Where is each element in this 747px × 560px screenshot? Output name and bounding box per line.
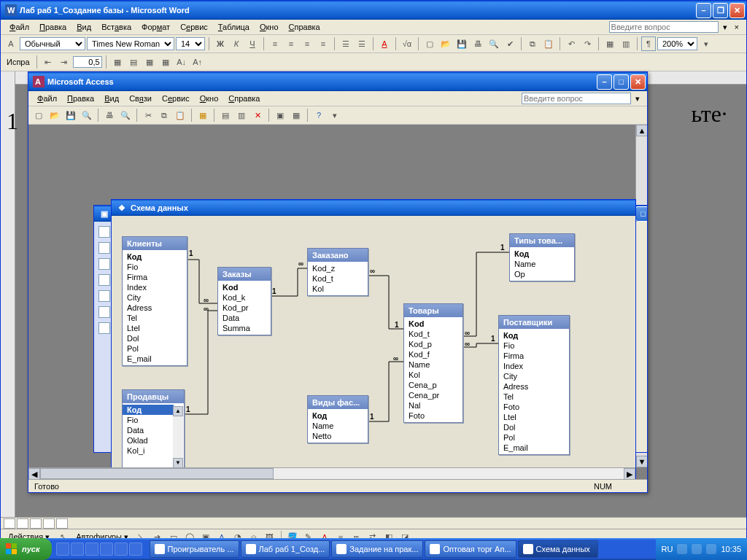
align-justify-button[interactable]: ≡: [316, 36, 330, 51]
table-field[interactable]: Pol: [123, 343, 187, 354]
view-print-button[interactable]: [30, 518, 42, 529]
modules-icon[interactable]: [98, 322, 110, 334]
styles-pane-icon[interactable]: A: [4, 36, 18, 51]
scroll-down-icon[interactable]: ▼: [636, 456, 647, 467]
access-print-button[interactable]: 🖶: [102, 108, 117, 122]
align-left-button[interactable]: ≡: [268, 36, 282, 51]
table-field[interactable]: City: [499, 371, 569, 381]
table-field[interactable]: Код: [308, 411, 368, 421]
macros-icon[interactable]: [98, 306, 110, 318]
font-size-combo[interactable]: 14: [176, 37, 205, 50]
table-field[interactable]: Firma: [499, 351, 569, 361]
table-goods[interactable]: ТоварыKodKod_tKod_pKod_fNameKolCena_pCen…: [403, 303, 463, 423]
access-maximize-button[interactable]: □: [614, 74, 629, 90]
vertical-ruler[interactable]: [1, 71, 15, 517]
word-menu-format[interactable]: Формат: [137, 21, 174, 33]
table-field[interactable]: Cena_pr: [404, 390, 462, 400]
table-field[interactable]: Ltel: [123, 323, 187, 333]
schema-window[interactable]: ❖ Схема данных: [111, 199, 636, 479]
access-menu-file[interactable]: Файл: [33, 93, 61, 104]
taskbar-task[interactable]: Проигрыватель ...: [150, 540, 239, 558]
table-clients[interactable]: КлиентыКодFioFirmaIndexCityAdressTelLtel…: [122, 236, 187, 366]
table-field[interactable]: Firma: [123, 272, 187, 282]
table-field[interactable]: Kol_i: [123, 446, 174, 456]
access-new-button[interactable]: ▢: [31, 108, 46, 122]
table-field[interactable]: Tel: [499, 392, 569, 402]
reports-icon[interactable]: [98, 274, 110, 286]
numbered-list-button[interactable]: ☰: [338, 36, 353, 51]
table-field[interactable]: E_mail: [123, 354, 187, 364]
table-field[interactable]: Index: [499, 361, 569, 371]
align-right-button[interactable]: ≡: [300, 36, 314, 51]
zoom-combo[interactable]: 200%: [657, 37, 697, 50]
access-menu-window[interactable]: Окно: [196, 93, 223, 104]
table-field[interactable]: Dol: [123, 333, 187, 343]
access-help-input[interactable]: [522, 93, 631, 104]
table-field[interactable]: Kod: [218, 282, 271, 292]
table-field[interactable]: Kol: [404, 370, 462, 380]
word-menu-file[interactable]: Файл: [5, 21, 34, 33]
tray-icon[interactable]: [692, 544, 702, 554]
table-field[interactable]: Data: [218, 313, 271, 323]
scroll-right-icon[interactable]: ▶: [624, 468, 635, 479]
table-field[interactable]: Kod_t: [308, 273, 368, 284]
preview-button[interactable]: 🔍: [487, 36, 501, 51]
table-field[interactable]: Data: [123, 425, 174, 435]
taskbar-task[interactable]: Лаб раб 1_Созд...: [241, 540, 330, 558]
schema-titlebar[interactable]: ❖ Схема данных: [112, 200, 635, 216]
sort-asc-button[interactable]: A↓: [174, 55, 189, 69]
word-menu-window[interactable]: Окно: [255, 21, 283, 33]
table-packtypes[interactable]: Виды фас...КодNameNetto: [307, 395, 368, 443]
schema-canvas[interactable]: 1 ∞ 1 ∞ 1 ∞ ∞ 1 1 ∞ 1 ∞ 1 ∞ КлиентыКодFi…: [112, 216, 635, 479]
table-field[interactable]: Kod_z: [308, 263, 368, 273]
clear-layout-button[interactable]: ✕: [250, 108, 265, 122]
table-field[interactable]: Tel: [123, 313, 187, 323]
table-field[interactable]: Netto: [308, 431, 368, 441]
ql-app-icon[interactable]: [85, 542, 98, 556]
spellcheck-button[interactable]: ✔: [503, 36, 517, 51]
table-field[interactable]: Index: [123, 282, 187, 292]
style-combo[interactable]: Обычный: [20, 37, 85, 50]
table-field[interactable]: Cena_p: [404, 380, 462, 390]
table-field[interactable]: Код: [123, 252, 187, 262]
table-field[interactable]: Kod_t: [404, 329, 462, 339]
word-minimize-button[interactable]: –: [696, 3, 711, 18]
mdi-horizontal-scrollbar[interactable]: ◀ ▶: [28, 467, 635, 479]
access-menu-links[interactable]: Связи: [125, 93, 156, 104]
italic-button[interactable]: К: [229, 36, 244, 51]
taskbar-task[interactable]: Схема данных: [518, 540, 598, 558]
table-sellers[interactable]: ПродавцыКодFioDataOkladKol_i▲▼: [122, 389, 185, 470]
table-field[interactable]: E_mail: [499, 443, 569, 453]
indent-value[interactable]: [73, 56, 102, 68]
access-menu-view[interactable]: Вид: [100, 93, 123, 104]
word-help-input[interactable]: [609, 21, 719, 33]
word-restore-button[interactable]: ❐: [713, 3, 728, 18]
table-field[interactable]: Fio: [123, 415, 174, 425]
table-field[interactable]: Name: [404, 359, 462, 370]
table-field[interactable]: Код: [510, 249, 574, 259]
ql-desktop-icon[interactable]: [56, 542, 69, 556]
scroll-up-icon[interactable]: ▲: [636, 125, 647, 136]
table-field[interactable]: Adress: [123, 303, 187, 313]
table-scrollbar[interactable]: ▲▼: [173, 406, 183, 468]
copy-button[interactable]: ⧉: [525, 36, 540, 51]
border-button[interactable]: ▦: [110, 55, 125, 69]
table-field[interactable]: Ltel: [499, 412, 569, 422]
table-field[interactable]: Foto: [499, 402, 569, 412]
show-table-button[interactable]: ▦: [196, 108, 210, 122]
sort-desc-button[interactable]: A↑: [190, 55, 205, 69]
split-button[interactable]: ▦: [158, 55, 173, 69]
word-menu-table[interactable]: Таблица: [214, 21, 254, 33]
new-button[interactable]: ▢: [422, 36, 437, 51]
table-field[interactable]: Kod_f: [404, 349, 462, 359]
table-field[interactable]: City: [123, 292, 187, 303]
taskbar-task[interactable]: Оптовая торг Ап...: [425, 540, 516, 558]
access-help-dropdown-icon[interactable]: ▾: [632, 94, 643, 104]
font-color-button[interactable]: A: [377, 36, 392, 51]
font-combo[interactable]: Times New Roman: [87, 37, 174, 50]
undo-button[interactable]: ↶: [564, 36, 578, 51]
align-center-button[interactable]: ≡: [284, 36, 298, 51]
db-window-button[interactable]: ▣: [273, 108, 287, 122]
word-menu-tools[interactable]: Сервис: [176, 21, 212, 33]
access-search-button[interactable]: 🔍: [80, 108, 94, 122]
